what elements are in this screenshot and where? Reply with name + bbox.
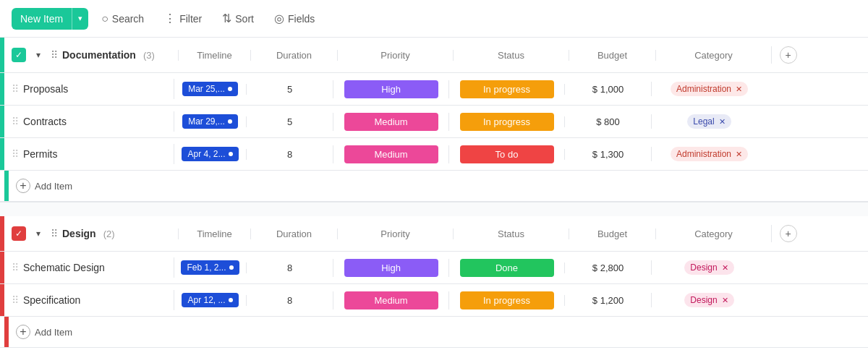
table-row: ⠿ Proposals Mar 25,... 5 High In progres… (0, 73, 868, 106)
add-item-row-documentation: + Add Item (0, 171, 868, 202)
search-button[interactable]: ○ Search (94, 8, 151, 30)
groups-container: ✓ ▾ ⠿ Documentation (3) Timeline Duratio… (0, 38, 868, 348)
cell-priority[interactable]: Medium (333, 291, 448, 309)
category-remove-icon[interactable]: ✕ (736, 85, 742, 94)
category-badge: Design ✕ (684, 260, 733, 275)
fields-button[interactable]: ◎ Fields (267, 7, 322, 30)
cell-priority[interactable]: High (333, 259, 448, 277)
row-name[interactable]: Contracts (23, 116, 67, 127)
group-collapse-arrow[interactable]: ▾ (30, 226, 46, 242)
add-item-label: Add Item (35, 327, 72, 338)
new-item-button[interactable]: New Item ▾ (12, 8, 88, 30)
row-name[interactable]: Schematic Design (23, 262, 105, 273)
sort-button[interactable]: ⇅ Sort (215, 7, 261, 30)
cell-category[interactable]: Legal ✕ (651, 114, 767, 129)
cell-priority[interactable]: High (333, 80, 448, 98)
fields-label: Fields (288, 13, 315, 25)
cell-category[interactable]: Design ✕ (651, 260, 767, 275)
timeline-badge: Apr 4, 2... (182, 147, 238, 161)
category-remove-icon[interactable]: ✕ (719, 117, 726, 127)
priority-badge: Medium (344, 113, 438, 131)
add-item-button[interactable]: + Add Item (9, 319, 80, 345)
cell-budget[interactable]: $ 1,300 (564, 149, 651, 160)
timeline-dot (229, 152, 233, 156)
cell-duration[interactable]: 8 (246, 149, 333, 160)
category-remove-icon[interactable]: ✕ (736, 150, 742, 159)
filter-icon: ⋮ (164, 12, 176, 25)
table-row: ⠿ Specification Apr 12, ... 8 Medium In … (0, 284, 868, 317)
table-row: ⠿ Permits Apr 4, 2... 8 Medium To do $ 1… (0, 138, 868, 171)
new-item-label: New Item (12, 8, 72, 30)
cell-duration[interactable]: 8 (246, 262, 333, 273)
priority-badge: High (344, 259, 438, 277)
add-item-row-design: + Add Item (0, 317, 868, 348)
timeline-badge: Mar 25,... (182, 82, 238, 96)
row-name[interactable]: Specification (23, 294, 80, 306)
cell-budget[interactable]: $ 2,800 (564, 262, 651, 273)
cell-status[interactable]: Done (448, 259, 564, 277)
group-collapse-arrow[interactable]: ▾ (30, 47, 46, 63)
group-checkbox[interactable]: ✓ (12, 48, 26, 62)
filter-label: Filter (179, 13, 202, 25)
cell-priority[interactable]: Medium (333, 145, 448, 163)
col-header-category: Category (655, 229, 771, 239)
cell-budget[interactable]: $ 800 (564, 116, 651, 127)
cell-timeline[interactable]: Apr 12, ... (174, 290, 246, 310)
cell-status[interactable]: In progress (448, 80, 564, 98)
cell-timeline[interactable]: Mar 29,... (174, 111, 246, 132)
add-item-plus-icon: + (16, 325, 30, 339)
cell-status[interactable]: To do (448, 145, 564, 163)
timeline-badge: Feb 1, 2... (181, 260, 239, 275)
timeline-badge: Mar 29,... (182, 114, 238, 129)
add-item-button[interactable]: + Add Item (9, 173, 80, 199)
category-remove-icon[interactable]: ✕ (722, 263, 728, 273)
timeline-dot (229, 265, 234, 270)
col-header-status: Status (453, 229, 569, 239)
row-name-area: ⠿ Proposals (4, 83, 174, 95)
cell-category[interactable]: Administration ✕ (651, 147, 767, 161)
status-badge: To do (460, 145, 554, 163)
col-header-duration: Duration (250, 50, 337, 61)
category-remove-icon[interactable]: ✕ (722, 296, 728, 305)
row-name[interactable]: Permits (23, 148, 57, 160)
cell-budget[interactable]: $ 1,200 (564, 295, 651, 306)
sort-icon: ⇅ (222, 12, 231, 25)
status-badge: Done (460, 259, 554, 277)
cell-duration[interactable]: 5 (246, 84, 333, 95)
row-name-area: ⠿ Specification (4, 294, 174, 306)
add-item-label: Add Item (35, 181, 72, 192)
cell-timeline[interactable]: Feb 1, 2... (174, 257, 246, 278)
group-drag-handle: ⠿ (51, 228, 58, 239)
col-header-add: + (771, 46, 804, 64)
cell-priority[interactable]: Medium (333, 113, 448, 131)
filter-button[interactable]: ⋮ Filter (157, 7, 209, 30)
group-header-documentation: ✓ ▾ ⠿ Documentation (3) Timeline Duratio… (0, 38, 868, 73)
cell-status[interactable]: In progress (448, 291, 564, 309)
cell-status[interactable]: In progress (448, 113, 564, 131)
cell-budget[interactable]: $ 1,000 (564, 84, 651, 95)
cell-category[interactable]: Administration ✕ (651, 82, 767, 96)
cell-timeline[interactable]: Apr 4, 2... (174, 144, 246, 164)
timeline-badge: Apr 12, ... (182, 293, 238, 307)
timeline-dot (228, 87, 232, 91)
search-icon: ○ (101, 12, 109, 25)
cell-timeline[interactable]: Mar 25,... (174, 79, 246, 99)
add-column-button[interactable]: + (780, 46, 797, 64)
col-header-budget: Budget (569, 229, 655, 239)
row-name[interactable]: Proposals (23, 83, 68, 95)
section-gap (0, 202, 868, 216)
col-header-priority: Priority (337, 50, 453, 61)
timeline-dot (229, 298, 233, 302)
row-drag-handle: ⠿ (12, 148, 19, 160)
fields-icon: ◎ (274, 12, 284, 25)
cell-duration[interactable]: 5 (246, 116, 333, 127)
cell-category[interactable]: Design ✕ (651, 293, 767, 307)
sort-label: Sort (235, 13, 254, 25)
group-header-controls: ✓ ▾ ⠿ Design (2) (4, 226, 178, 242)
group-label: Design (62, 228, 96, 239)
add-column-button[interactable]: + (780, 225, 797, 242)
new-item-dropdown-arrow[interactable]: ▾ (72, 9, 88, 28)
row-name-area: ⠿ Schematic Design (4, 262, 174, 273)
cell-duration[interactable]: 8 (246, 295, 333, 306)
group-checkbox[interactable]: ✓ (12, 226, 26, 241)
